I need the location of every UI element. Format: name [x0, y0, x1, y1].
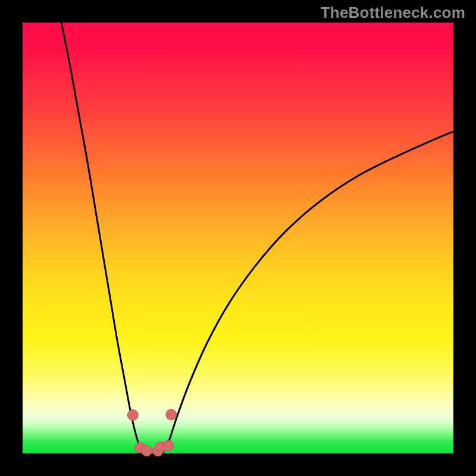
marker-6 — [166, 409, 177, 420]
bottleneck-curve — [61, 23, 453, 453]
curve-right-branch — [163, 131, 453, 452]
curve-left-branch — [61, 23, 143, 453]
marker-0 — [127, 410, 138, 421]
outer-frame: TheBottleneck.com — [0, 0, 476, 476]
marker-2 — [142, 446, 152, 456]
curve-layer — [23, 23, 453, 453]
watermark-text: TheBottleneck.com — [321, 4, 465, 22]
marker-5 — [163, 440, 174, 451]
